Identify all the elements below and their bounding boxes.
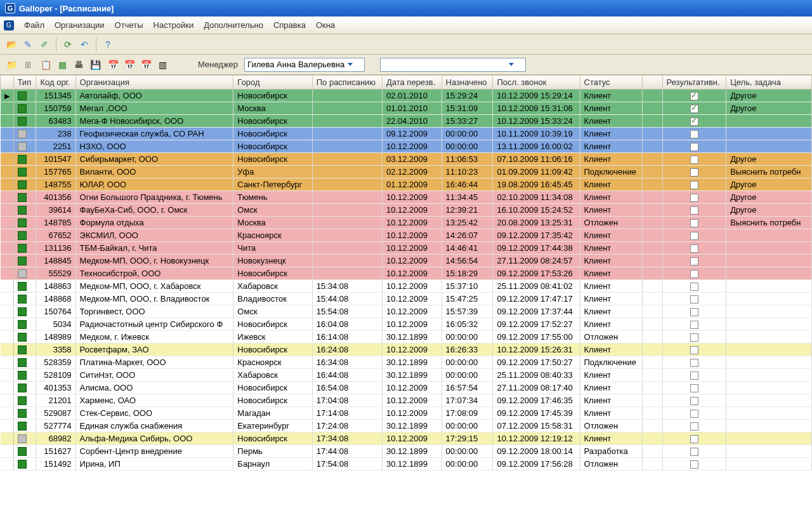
table-row[interactable]: 3358Росветфарм, ЗАОНовосибирск16:24:0810… <box>1 344 812 356</box>
table-row[interactable]: 401356Огни Большого Праздника, г. Тюмень… <box>1 191 812 204</box>
col-spacer[interactable] <box>643 76 662 90</box>
result-checkbox[interactable] <box>690 283 698 291</box>
col-goal[interactable]: Цель, задача <box>726 76 812 90</box>
table-row[interactable]: 150764Торгинвест, ООООмск15:54:0810.12.2… <box>1 305 812 318</box>
schedule-table-wrap[interactable]: Тип Код орг. Организация Город По распис… <box>0 75 812 508</box>
menu-additional[interactable]: Дополнительно <box>199 19 268 31</box>
menu-organizations[interactable]: Организации <box>49 19 110 31</box>
excel-icon[interactable]: ▦ <box>55 57 70 72</box>
row-gutter[interactable] <box>1 382 14 394</box>
row-gutter[interactable] <box>1 191 14 204</box>
result-checkbox[interactable] <box>690 346 698 354</box>
table-row[interactable]: 150759Мегал ,ОООМосква01.01.201015:31:09… <box>1 102 812 115</box>
col-schedule[interactable]: По расписанию <box>312 76 382 90</box>
row-gutter[interactable] <box>1 356 14 369</box>
result-checkbox[interactable] <box>690 384 698 392</box>
row-gutter[interactable] <box>1 420 14 432</box>
result-checkbox[interactable] <box>690 117 698 126</box>
table-row[interactable]: 148785Формула отдыхаМосква10.12.200913:2… <box>1 217 812 229</box>
doc-icon[interactable]: 🗎 <box>20 57 36 72</box>
result-checkbox[interactable] <box>690 244 698 253</box>
col-code[interactable]: Код орг. <box>36 76 75 90</box>
menu-file[interactable]: Файл <box>19 19 49 31</box>
table-row[interactable]: 39614ФауБеХа-Сиб, ООО, г. ОмскОмск10.12.… <box>1 204 812 217</box>
col-assigned[interactable]: Назначено <box>442 76 493 90</box>
table-row[interactable]: 527774Единая служба снабженияЕкатеринбур… <box>1 420 812 432</box>
refresh-icon[interactable]: ⟳ <box>60 37 75 52</box>
result-checkbox[interactable] <box>690 206 698 215</box>
table-row[interactable]: 238Геофизическая служба, СО РАННовосибир… <box>1 128 812 140</box>
menu-help[interactable]: Справка <box>268 19 311 31</box>
menu-windows[interactable]: Окна <box>311 19 340 31</box>
row-gutter[interactable] <box>1 369 14 382</box>
col-type[interactable]: Тип <box>13 76 36 90</box>
table-row[interactable]: 5034Радиочастотный центр Сибирского ФНов… <box>1 318 812 331</box>
copy-icon[interactable]: 📋 <box>38 57 53 72</box>
row-gutter[interactable] <box>1 178 14 191</box>
row-gutter[interactable] <box>1 267 14 280</box>
result-checkbox[interactable] <box>690 92 698 100</box>
col-recall-date[interactable]: Дата перезв. <box>382 76 442 90</box>
result-checkbox[interactable] <box>690 359 698 367</box>
result-checkbox[interactable] <box>690 194 698 202</box>
row-gutter[interactable] <box>1 242 14 255</box>
menu-reports[interactable]: Отчеты <box>110 19 148 31</box>
col-org[interactable]: Организация <box>75 76 233 90</box>
result-checkbox[interactable] <box>690 460 698 469</box>
calendar-icon[interactable]: 📅 <box>138 57 154 72</box>
row-gutter[interactable] <box>1 153 14 166</box>
row-gutter[interactable] <box>1 432 14 445</box>
row-gutter[interactable] <box>1 140 14 153</box>
table-row[interactable]: 528109СитиНэт, ОООХабаровск16:44:0830.12… <box>1 369 812 382</box>
row-gutter[interactable]: ▶ <box>1 90 14 102</box>
row-gutter[interactable] <box>1 102 14 115</box>
table-row[interactable]: 148989Медком, г. ИжевскИжевск16:14:0830.… <box>1 331 812 344</box>
table-row[interactable]: 528359Платина-Маркет, ОООКрасноярск16:34… <box>1 356 812 369</box>
result-checkbox[interactable] <box>690 333 698 342</box>
col-city[interactable]: Город <box>233 76 312 90</box>
result-checkbox[interactable] <box>690 371 698 380</box>
table-row[interactable]: 2251НЗХО, ОООНовосибирск10.12.200900:00:… <box>1 140 812 153</box>
result-checkbox[interactable] <box>690 105 698 113</box>
menu-settings[interactable]: Настройки <box>148 19 199 31</box>
col-last-call[interactable]: Посл. звонок <box>493 76 580 90</box>
help-icon[interactable]: ? <box>100 37 115 52</box>
manager-select[interactable]: Гилева Анна Валерьевна <box>244 58 365 72</box>
table-row[interactable]: 151627Сорбент-Центр внедрениеПермь17:44:… <box>1 445 812 458</box>
row-gutter[interactable] <box>1 318 14 331</box>
table-row[interactable]: 63483Мега-Ф Новосибирск, ОООНовосибирск2… <box>1 115 812 128</box>
wand-icon[interactable]: ✎ <box>20 37 36 52</box>
result-checkbox[interactable] <box>690 397 698 405</box>
row-gutter[interactable] <box>1 407 14 420</box>
grid-icon[interactable]: ▥ <box>155 57 170 72</box>
table-row[interactable]: 68982Альфа-Медика Сибирь, ОООНовосибирск… <box>1 432 812 445</box>
table-row[interactable]: 55529Техносибстрой, ОООНовосибирск10.12.… <box>1 267 812 280</box>
row-gutter[interactable] <box>1 280 14 293</box>
result-checkbox[interactable] <box>690 308 698 316</box>
row-gutter[interactable] <box>1 229 14 242</box>
exit-icon[interactable]: 📂 <box>4 37 19 52</box>
table-row[interactable]: 151492Ирина, ИПБарнаул17:54:0830.12.1899… <box>1 458 812 471</box>
filter-select[interactable] <box>380 58 526 72</box>
table-row[interactable]: 148755ЮЛАР, ОООСанкт-Петербург01.12.2009… <box>1 178 812 191</box>
table-row[interactable]: 148868Медком-МП, ООО, г. ВладивостокВлад… <box>1 293 812 305</box>
table-row[interactable]: 401353Алисма, ОООНовосибирск16:54:0810.1… <box>1 382 812 394</box>
result-checkbox[interactable] <box>690 257 698 265</box>
result-checkbox[interactable] <box>690 219 698 227</box>
row-gutter[interactable] <box>1 305 14 318</box>
brush-icon[interactable]: ✐ <box>37 37 52 52</box>
row-gutter[interactable] <box>1 458 14 471</box>
table-row[interactable]: 67652ЭКСМИЛ, ОООКрасноярск10.12.200914:2… <box>1 229 812 242</box>
row-gutter[interactable] <box>1 293 14 305</box>
result-checkbox[interactable] <box>690 130 698 138</box>
row-gutter[interactable] <box>1 204 14 217</box>
row-gutter[interactable] <box>1 217 14 229</box>
result-checkbox[interactable] <box>690 422 698 431</box>
result-checkbox[interactable] <box>690 448 698 456</box>
print-icon[interactable]: 🖶 <box>71 57 86 72</box>
result-checkbox[interactable] <box>690 168 698 177</box>
save-icon[interactable]: 💾 <box>88 57 103 72</box>
result-checkbox[interactable] <box>690 435 698 443</box>
table-row[interactable]: 148845Медком-МП, ООО, г. НовокузнецкНово… <box>1 255 812 267</box>
table-row[interactable]: ▶151345Автолайф, ОООНовосибирск02.01.201… <box>1 90 812 102</box>
